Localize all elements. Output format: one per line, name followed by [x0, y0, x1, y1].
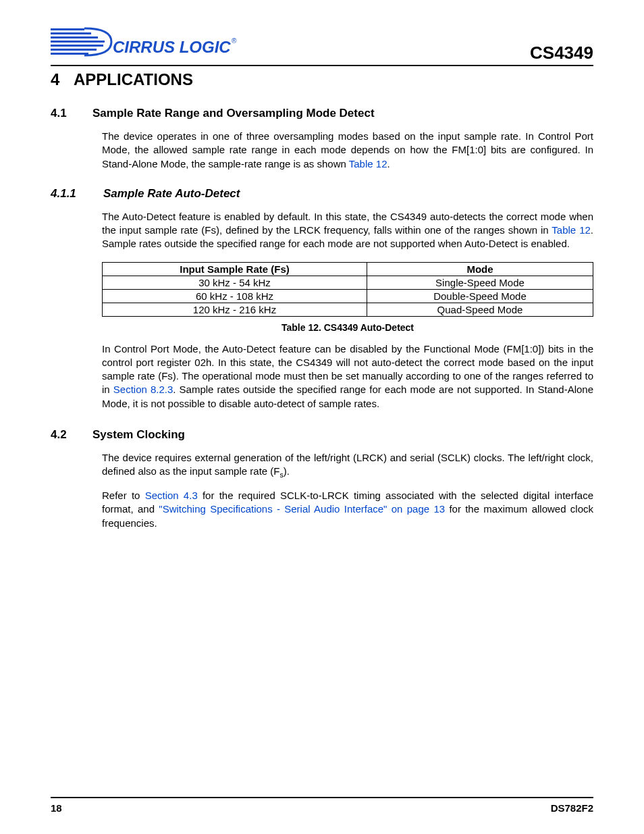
svg-rect-5	[51, 49, 97, 51]
table-row: 60 kHz - 108 kHz Double-Speed Mode	[103, 289, 593, 303]
col-header-mode: Mode	[367, 262, 593, 276]
subsubsection-title: Sample Rate Auto-Detect	[103, 187, 240, 201]
table-row: 30 kHz - 54 kHz Single-Speed Mode	[103, 276, 593, 289]
table-caption: Table 12. CS4349 Auto-Detect	[102, 322, 593, 333]
svg-text:®: ®	[232, 37, 237, 45]
subsubsection-number: 4.1.1	[51, 187, 103, 201]
heading-applications: 4 APPLICATIONS	[51, 70, 593, 89]
table-header-row: Input Sample Rate (Fs) Mode	[103, 262, 593, 276]
subsection-number: 4.2	[51, 428, 92, 442]
link-table-12[interactable]: Table 12	[349, 158, 387, 170]
page-number: 18	[51, 802, 62, 814]
svg-rect-2	[51, 36, 98, 38]
page-header: CIRRUS LOGIC ® CS4349	[51, 23, 593, 66]
link-section-823[interactable]: Section 8.2.3	[113, 384, 173, 395]
paragraph: Refer to Section 4.3 for the required SC…	[102, 489, 593, 530]
svg-rect-1	[51, 32, 91, 34]
paragraph: In Control Port Mode, the Auto-Detect fe…	[102, 342, 593, 411]
paragraph: The device requires external generation …	[102, 451, 593, 479]
heading-system-clocking: 4.2 System Clocking	[51, 428, 593, 442]
table-row: 120 kHz - 216 kHz Quad-Speed Mode	[103, 303, 593, 316]
link-table-12[interactable]: Table 12	[552, 224, 591, 236]
link-switching-spec[interactable]: "Switching Specifications - Serial Audio…	[159, 503, 445, 515]
section-title: APPLICATIONS	[74, 70, 193, 89]
subsection-title: System Clocking	[92, 428, 185, 442]
table-auto-detect: Input Sample Rate (Fs) Mode 30 kHz - 54 …	[102, 262, 593, 333]
paragraph: The device operates in one of three over…	[102, 130, 593, 171]
svg-rect-4	[51, 45, 103, 47]
document-id: CS4349	[530, 43, 593, 63]
col-header-fs: Input Sample Rate (Fs)	[103, 262, 367, 276]
link-section-43[interactable]: Section 4.3	[145, 490, 198, 501]
section-number: 4	[51, 70, 74, 89]
subsection-title: Sample Rate Range and Oversampling Mode …	[92, 107, 375, 120]
heading-sample-rate-range: 4.1 Sample Rate Range and Oversampling M…	[51, 107, 593, 120]
svg-rect-6	[51, 53, 88, 55]
svg-rect-0	[51, 28, 84, 30]
heading-auto-detect: 4.1.1 Sample Rate Auto-Detect	[51, 187, 593, 201]
company-logo: CIRRUS LOGIC ®	[51, 23, 240, 63]
paragraph: The Auto-Detect feature is enabled by de…	[102, 210, 593, 251]
page-footer: 18 DS782F2	[51, 797, 593, 814]
logo-text: CIRRUS LOGIC	[113, 38, 231, 56]
svg-rect-3	[51, 41, 105, 43]
footer-doc-id: DS782F2	[551, 802, 593, 814]
subsection-number: 4.1	[51, 107, 92, 120]
